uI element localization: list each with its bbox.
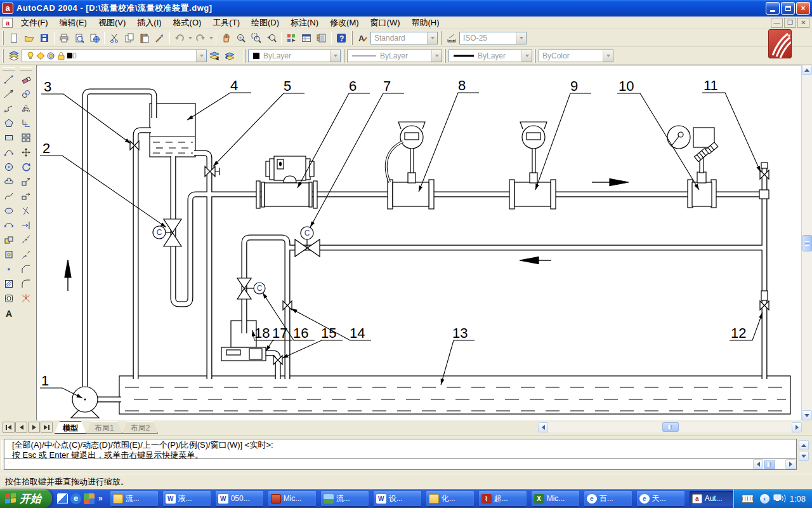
plot-style-dropdown[interactable] [603, 50, 613, 62]
hide-icons-chevron[interactable]: ‹ [760, 494, 769, 504]
polygon-tool[interactable] [1, 116, 16, 130]
tab-previous-button[interactable] [15, 422, 27, 433]
extend-tool[interactable] [18, 218, 34, 232]
polyline-tool[interactable] [1, 101, 16, 116]
text-style-dropdown[interactable] [427, 32, 437, 44]
stretch-tool[interactable] [18, 189, 34, 203]
task-ie-2[interactable]: e天... [637, 491, 684, 506]
weighing-scale[interactable] [221, 347, 266, 361]
toolbar-grip[interactable] [444, 49, 446, 63]
scroll-left-button[interactable] [538, 422, 548, 432]
offset-tool[interactable] [18, 116, 34, 130]
new-button[interactable] [6, 30, 22, 46]
insert-block-tool[interactable] [1, 232, 16, 247]
toolbar-grip[interactable] [440, 31, 442, 45]
layer-dropdown[interactable] [196, 50, 206, 62]
ssreader-logo[interactable] [768, 29, 792, 58]
undo-button[interactable] [172, 30, 187, 46]
menu-draw[interactable]: 绘图(D) [246, 16, 285, 30]
plot-button[interactable] [56, 30, 72, 46]
color-combo[interactable]: ByLayer [248, 50, 341, 62]
network-icon[interactable] [773, 493, 786, 504]
open-button[interactable] [22, 30, 37, 46]
explode-tool[interactable] [18, 291, 34, 305]
properties-button[interactable] [284, 30, 299, 46]
ellipse-tool[interactable] [1, 203, 16, 218]
command-scroll-right[interactable] [785, 459, 796, 469]
scale-tool[interactable] [18, 174, 34, 189]
tab-layout2[interactable]: 布局2 [122, 421, 159, 434]
rotate-tool[interactable] [18, 159, 34, 174]
command-hscrollbar[interactable] [753, 459, 796, 469]
text-style-combo[interactable]: Standard [370, 32, 438, 44]
lineweight-combo[interactable]: ByLayer [449, 50, 532, 62]
command-scroll-up[interactable] [799, 440, 809, 450]
ellipse-arc-tool[interactable] [1, 218, 16, 232]
doc-minimize-button[interactable]: — [771, 18, 783, 28]
toolbar-grip[interactable] [534, 49, 536, 63]
toolbar-handle[interactable] [20, 67, 32, 70]
save-button[interactable] [37, 30, 52, 46]
arc-tool[interactable] [1, 145, 16, 159]
tool-palettes-button[interactable] [314, 30, 329, 46]
horizontal-scroll-thumb[interactable] [662, 422, 679, 432]
task-autocad[interactable]: aAut... [690, 491, 737, 506]
flowmeter-8[interactable] [386, 122, 434, 209]
region-tool[interactable] [1, 291, 16, 305]
redo-dropdown[interactable] [208, 30, 214, 46]
copy-object-tool[interactable] [18, 86, 34, 101]
dim-style-combo[interactable]: ISO-25 [459, 32, 527, 44]
rectangle-tool[interactable] [1, 130, 16, 145]
layer-previous-button[interactable] [222, 48, 237, 64]
make-layer-current-button[interactable] [207, 48, 222, 64]
cut-button[interactable] [107, 30, 122, 46]
erase-tool[interactable] [18, 72, 34, 86]
task-word-1[interactable]: W液... [163, 491, 211, 506]
doc-close-button[interactable]: ✕ [797, 18, 809, 28]
pan-button[interactable] [218, 30, 233, 46]
minimize-button[interactable] [766, 2, 780, 15]
tab-model[interactable]: 模型 [55, 421, 86, 434]
toolbar-grip[interactable] [2, 49, 4, 63]
vent-cap[interactable] [761, 163, 768, 168]
task-ssreader[interactable]: ⌇超... [479, 491, 527, 506]
plot-preview-button[interactable] [72, 30, 87, 46]
start-button[interactable]: 开始 [0, 489, 52, 508]
redo-button[interactable] [193, 30, 208, 46]
tab-first-button[interactable] [3, 422, 15, 433]
task-red-app[interactable]: Mic... [268, 491, 316, 506]
flowmeter-9[interactable] [509, 122, 556, 209]
help-button[interactable]: ? [334, 30, 349, 46]
document-icon[interactable]: a [3, 18, 13, 28]
line-tool[interactable] [1, 72, 16, 86]
valves[interactable] [130, 141, 769, 364]
plot-style-combo[interactable]: ByColor [539, 50, 613, 62]
command-history[interactable]: [全部(A)/中心点(C)/动态(D)/范围(E)/上一个(P)/比例(S)/窗… [4, 439, 797, 470]
break-tool[interactable] [18, 247, 34, 262]
trim-tool[interactable] [18, 203, 34, 218]
linetype-dropdown[interactable] [431, 50, 442, 62]
command-scroll-down[interactable] [799, 451, 809, 461]
menu-dimension[interactable]: 标注(N) [285, 16, 324, 30]
menu-insert[interactable]: 插入(I) [131, 16, 167, 30]
storage-tank[interactable] [119, 376, 790, 414]
chamfer-tool[interactable] [18, 262, 34, 276]
tab-layout1[interactable]: 布局1 [86, 421, 122, 434]
task-word-2[interactable]: W050... [216, 491, 263, 506]
match-properties-button[interactable] [152, 30, 167, 46]
task-image[interactable]: 流... [321, 491, 369, 506]
zoom-previous-button[interactable] [264, 30, 279, 46]
union-fitting[interactable] [761, 291, 768, 300]
fillet-tool[interactable] [18, 276, 34, 291]
move-tool[interactable] [18, 145, 34, 159]
hatch-tool[interactable] [1, 276, 16, 291]
linetype-combo[interactable]: ByLayer [347, 50, 442, 62]
vertical-scroll-thumb[interactable] [802, 235, 812, 251]
copy-button[interactable] [122, 30, 137, 46]
command-scroll-left[interactable] [753, 459, 763, 469]
flowmeter-6[interactable] [256, 156, 317, 208]
construction-line-tool[interactable] [1, 86, 16, 101]
undo-dropdown[interactable] [187, 30, 193, 46]
ime-keyboard-icon[interactable] [742, 495, 754, 503]
zoom-realtime-button[interactable]: ± [233, 30, 249, 46]
